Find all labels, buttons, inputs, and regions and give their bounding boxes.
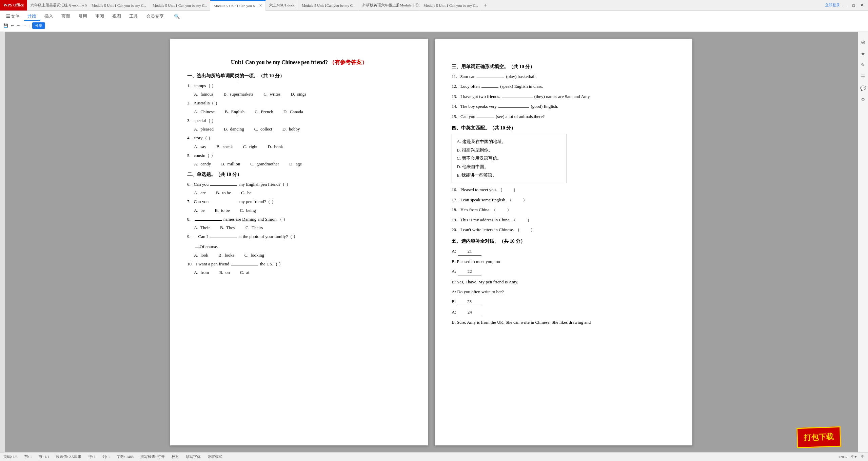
section4-header: 四、中英文匹配。（共 10 分）	[452, 125, 675, 131]
match-item-b: B. 很高兴见到你。	[457, 146, 562, 155]
taskbar-tab-2[interactable]: Module 5 Unit 1 Can you be my C...	[88, 0, 149, 11]
question-2: 2. Australia（ ）	[187, 99, 411, 107]
dialogue-a2: A: 22	[452, 267, 675, 276]
taskbar-tab-4[interactable]: Module 5 Unit 1 Can you b... ✕	[210, 0, 265, 11]
compat-mode[interactable]: 兼容模式	[208, 454, 222, 459]
q7-options: A. be B. to be C. being	[194, 208, 411, 213]
tab-start[interactable]: 开始	[24, 12, 40, 21]
tab-view[interactable]: 视图	[109, 12, 124, 21]
tab-member[interactable]: 会员专享	[143, 12, 167, 21]
ribbon: ☰ 文件 开始 插入 页面 引用 审阅 视图 工具 会员专享 🔍 💾 ↩ ↪ ⋯…	[0, 11, 868, 32]
question-11: 11. Sam can (play) basketball.	[452, 73, 675, 80]
main-area: :: Unit1 Can you be my Chinese pen frien…	[0, 32, 868, 452]
question-3: 3. special（ ）	[187, 117, 411, 124]
q2-options: A. Chinese B. English C. French D. Canad…	[194, 109, 411, 115]
undo-icon[interactable]: ↩	[11, 23, 14, 28]
dialogue-b3: B: 23	[452, 298, 675, 306]
question-4: 4. story（ ）	[187, 134, 411, 142]
section-info: 节: 1	[24, 454, 32, 459]
question-17: 17. I can speak some English. （ ）	[452, 196, 675, 204]
no-mark[interactable]: 缺写字体	[186, 454, 201, 459]
question-12: 12. Lucy often (speak) English in class.	[452, 82, 675, 90]
new-tab-button[interactable]: +	[481, 2, 490, 8]
page-left: :: Unit1 Can you be my Chinese pen frien…	[170, 39, 428, 445]
page-info: 页码: 1/8	[3, 454, 18, 459]
taskbar-tab-3[interactable]: Module 5 Unit 1 Can you be my C...	[149, 0, 210, 11]
status-bar: 页码: 1/8 节: 1 节: 1/1 设置值: 2.5厘米 行: 1 列: 1…	[0, 452, 868, 461]
zoom-level[interactable]: 120%	[838, 455, 847, 459]
question-16: 16. Pleased to meet you. （ ）	[452, 186, 675, 194]
sidebar-icon-6[interactable]: ⚙	[860, 96, 866, 103]
match-box: A. 这是我在中国的地址。 B. 很高兴见到你。 C. 我不会用汉语写信。 D.…	[452, 134, 567, 183]
q4-options: A. say B. speak C. right D. book	[194, 144, 411, 149]
save-icon[interactable]: 💾	[3, 23, 8, 28]
taskbar-tab-8[interactable]: Module 5 Unit 1 Can you be my C...	[420, 0, 481, 11]
tab-tools[interactable]: 工具	[126, 12, 141, 21]
search-button[interactable]: 🔍	[174, 14, 180, 19]
question-20: 20. I can't write letters in Chinese. （ …	[452, 226, 675, 234]
taskbar-tab-7[interactable]: 外研版英语六年级上册Module 5 分...	[359, 0, 420, 11]
share-button[interactable]: 分享	[32, 22, 45, 29]
tab-ref[interactable]: 引用	[75, 12, 91, 21]
q5-options: A. candy B. million C. grandmother D. ag…	[194, 161, 411, 167]
dialogue-b1: B: Pleased to meet you, too	[452, 258, 675, 265]
q10-options: A. from B. on C. at	[194, 270, 411, 275]
login-button[interactable]: 立即登录	[825, 3, 840, 8]
tab-review[interactable]: 审阅	[92, 12, 107, 21]
status-right: 120% 中▾ 中	[838, 454, 865, 459]
taskbar-tab-1[interactable]: 六年级上册英语词汇练习-module 5	[27, 0, 88, 11]
sidebar-icon-5[interactable]: 💬	[860, 85, 866, 92]
right-sidebar: ⊕ ★ ✎ ☰ 💬 ⚙	[858, 32, 868, 452]
section1-header: 一、选出与所给单词同类的一项。（共 10 分）	[187, 73, 411, 79]
match-item-c: C. 我不会用汉语写信。	[457, 154, 562, 163]
match-item-e: E. 我能讲一些英语。	[457, 171, 562, 180]
sidebar-icon-4[interactable]: ☰	[860, 73, 866, 80]
taskbar-tab-5[interactable]: 六上MSU1.docx	[266, 0, 298, 11]
maximize-button[interactable]: □	[850, 3, 857, 7]
editor-indicator[interactable]: 中	[861, 454, 865, 459]
taskbar: WPS Office 六年级上册英语词汇练习-module 5 Module 5…	[0, 0, 868, 11]
sidebar-icon-1[interactable]: ⊕	[860, 39, 866, 45]
word-count: 字数: 1468	[117, 454, 134, 459]
doc-area: :: Unit1 Can you be my Chinese pen frien…	[5, 32, 858, 452]
dialogue-b2: B: Yes, I have. My pen friend is Amy.	[452, 278, 675, 286]
dialogue-a1: A: 21	[452, 247, 675, 255]
tab-insert[interactable]: 插入	[41, 12, 57, 21]
question-6: 6. Can you my English pen friend?（ ）	[187, 180, 411, 188]
close-button[interactable]: ✕	[858, 3, 865, 7]
col-info: 列: 1	[102, 454, 110, 459]
taskbar-tab-6[interactable]: Module 5 Unit 1Can you be my C...	[298, 0, 359, 11]
match-item-d: D. 他来自中国。	[457, 163, 562, 171]
redo-icon[interactable]: ↪	[17, 23, 20, 28]
line-info: 行: 1	[88, 454, 96, 459]
question-19: 19. This is my address in China. （ ）	[452, 216, 675, 224]
question-7: 7. Can you my pen friend?（ ）	[187, 198, 411, 205]
file-menu[interactable]: ☰ 文件	[3, 12, 23, 21]
minimize-button[interactable]: —	[841, 3, 849, 7]
question-5: 5. cousin（ ）	[187, 152, 411, 159]
question-14: 14. The boy speaks very (good) English.	[452, 102, 675, 110]
cursor-info: 节: 1/1	[39, 454, 49, 459]
question-13: 13. I have got two friends. (they) names…	[452, 93, 675, 100]
toolbar-more[interactable]: ⋯	[22, 23, 26, 28]
q9-options: A. look B. looks C. looking	[194, 253, 411, 258]
drag-handle: ::	[236, 79, 238, 83]
dialogue-b4: B: Sure. Amy is from the UK. She can wri…	[452, 318, 675, 326]
question-8: 8. names are Daming and Simon.（ ）	[187, 215, 411, 223]
lang-indicator[interactable]: 中▾	[851, 454, 857, 459]
question-15: 15. Can you (see) a lot of animals there…	[452, 113, 675, 120]
q1-options: A. famous B. supermarkets C. writes D. s…	[194, 92, 411, 97]
position-info: 设置值: 2.5厘米	[56, 454, 81, 459]
proofing[interactable]: 校对	[172, 454, 179, 459]
download-badge[interactable]: 打包下载	[796, 426, 841, 448]
spell-check[interactable]: 拼写检查: 打开	[140, 454, 165, 459]
dialogue-a3: A: Do you often write to her?	[452, 288, 675, 296]
q8-options: A. Their B. They C. Theirs	[194, 225, 411, 230]
question-9b: —Of course.	[195, 243, 411, 250]
tab-page[interactable]: 页面	[58, 12, 74, 21]
section3-header: 三、用单词正确形式填空。（共 10 分）	[452, 64, 675, 70]
sidebar-icon-3[interactable]: ✎	[860, 62, 866, 68]
question-1: 1. stamps（ ）	[187, 82, 411, 89]
sidebar-icon-2[interactable]: ★	[860, 50, 866, 57]
wps-logo[interactable]: WPS Office	[0, 0, 27, 11]
